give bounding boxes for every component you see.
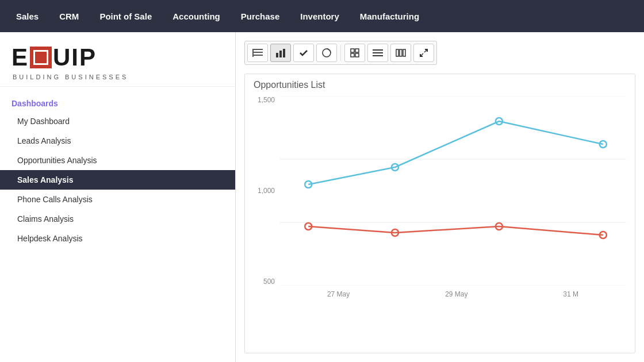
svg-rect-16	[400, 49, 402, 56]
top-navigation: Sales CRM Point of Sale Accounting Purch…	[0, 0, 644, 32]
check-icon	[299, 48, 308, 57]
x-label-29-may: 29 May	[445, 290, 467, 298]
y-label-1500: 1,500	[258, 96, 275, 104]
menu-icon	[373, 49, 383, 57]
x-axis-labels: 27 May 29 May 31 M	[279, 286, 626, 303]
sidebar-item-helpdesk-analysis[interactable]: Helpdesk Analysis	[0, 229, 235, 248]
sidebar-item-opportunities-analysis[interactable]: Opportunities Analysis	[0, 151, 235, 170]
chart-container: Opportunities List 1,500 1,000 500	[244, 74, 635, 353]
svg-rect-8	[351, 49, 354, 52]
sidebar-item-claims-analysis[interactable]: Claims Analysis	[0, 209, 235, 229]
sidebar-item-my-dashboard[interactable]: My Dashboard	[0, 111, 235, 131]
menu-view-button[interactable]	[367, 44, 388, 62]
chart-svg	[279, 96, 626, 286]
sidebar-item-leads-analysis[interactable]: Leads Analysis	[0, 131, 235, 151]
main-content: Opportunities List 1,500 1,000 500	[236, 32, 644, 362]
toolbar-separator-1	[340, 45, 341, 61]
fullscreen-button[interactable]	[413, 44, 434, 62]
nav-sales[interactable]: Sales	[6, 0, 49, 32]
nav-accounting[interactable]: Accounting	[162, 0, 231, 32]
sidebar: EUIP BUILDING BUSINESSES Dashboards My D…	[0, 32, 236, 362]
logo-subtitle: BUILDING BUSINESSES	[12, 74, 224, 80]
chart-plot	[279, 96, 626, 286]
pivot-view-button[interactable]	[316, 44, 337, 62]
nav-crm[interactable]: CRM	[49, 0, 89, 32]
nav-manufacturing[interactable]: Manufacturing	[350, 0, 430, 32]
toolbar	[244, 41, 437, 65]
main-layout: EUIP BUILDING BUSINESSES Dashboards My D…	[0, 32, 644, 362]
svg-rect-9	[355, 49, 359, 52]
svg-rect-0	[252, 49, 263, 50]
svg-rect-3	[252, 49, 254, 57]
sidebar-section-dashboards: Dashboards	[0, 95, 235, 111]
fullscreen-icon	[419, 48, 428, 57]
svg-rect-4	[276, 53, 278, 57]
x-label-31-m: 31 M	[563, 290, 578, 298]
nav-inventory[interactable]: Inventory	[290, 0, 350, 32]
svg-rect-14	[373, 55, 383, 56]
svg-rect-5	[279, 51, 282, 57]
svg-rect-13	[373, 52, 383, 53]
y-label-1000: 1,000	[258, 187, 275, 195]
logo-icon	[30, 47, 52, 68]
bar-chart-view-button[interactable]	[270, 44, 291, 62]
logo-area: EUIP BUILDING BUSINESSES	[0, 32, 235, 87]
svg-rect-12	[373, 49, 383, 51]
svg-rect-15	[396, 49, 398, 56]
list-view-icon	[252, 49, 263, 57]
bar-chart-icon	[275, 48, 286, 57]
sidebar-item-phone-calls-analysis[interactable]: Phone Calls Analysis	[0, 190, 235, 209]
x-label-27-may: 27 May	[327, 290, 350, 298]
column-view-button[interactable]	[390, 44, 411, 62]
grid-view-button[interactable]	[344, 44, 365, 62]
chart-title: Opportunities List	[254, 80, 626, 90]
column-icon	[396, 48, 406, 57]
svg-rect-17	[403, 49, 405, 56]
logo: EUIP	[12, 44, 224, 71]
y-label-500: 500	[263, 278, 275, 286]
y-axis-labels: 1,500 1,000 500	[254, 96, 279, 286]
sidebar-item-sales-analysis[interactable]: Sales Analysis	[0, 170, 235, 190]
chart-area: 1,500 1,000 500	[254, 96, 626, 303]
svg-rect-2	[252, 55, 263, 56]
svg-rect-11	[355, 53, 359, 57]
list-view-button[interactable]	[247, 44, 268, 62]
grid-icon	[350, 48, 359, 57]
nav-point-of-sale[interactable]: Point of Sale	[89, 0, 162, 32]
svg-rect-10	[351, 53, 354, 57]
svg-rect-1	[252, 52, 263, 53]
nav-purchase[interactable]: Purchase	[231, 0, 290, 32]
sidebar-content: Dashboards My Dashboard Leads Analysis O…	[0, 87, 235, 362]
check-view-button[interactable]	[293, 44, 314, 62]
svg-rect-6	[283, 49, 285, 57]
pivot-icon	[322, 48, 331, 57]
